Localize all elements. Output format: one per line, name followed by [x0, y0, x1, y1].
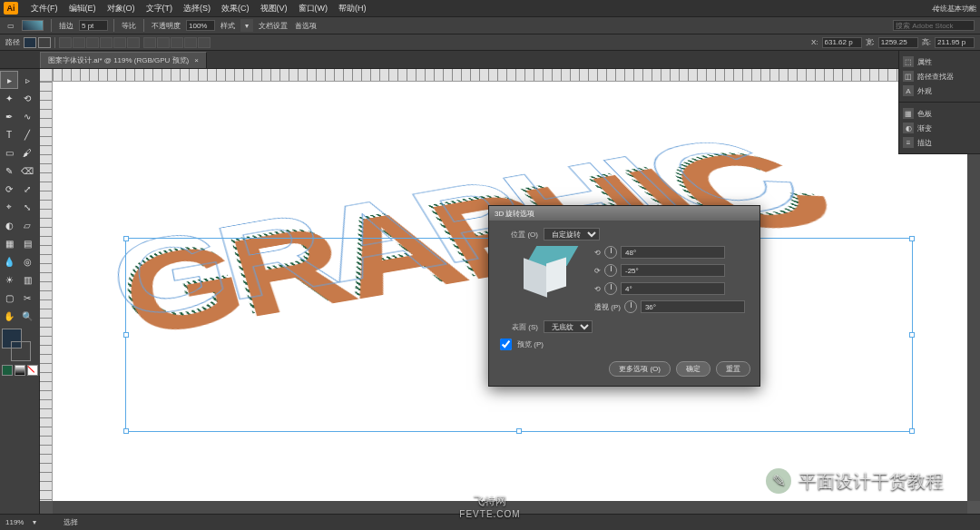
pathfinder-buttons[interactable]: [143, 37, 211, 48]
shaper-tool[interactable]: ✎: [0, 162, 18, 180]
line-tool[interactable]: ╱: [18, 125, 36, 143]
h-input[interactable]: [935, 37, 975, 48]
bbox-handle[interactable]: [123, 332, 129, 338]
vertical-ruler[interactable]: [40, 82, 53, 501]
panel-label[interactable]: 属性: [917, 57, 932, 67]
surface-select[interactable]: 无底纹: [544, 320, 593, 333]
bbox-handle[interactable]: [516, 428, 522, 434]
stroke-weight-input[interactable]: [79, 20, 108, 31]
color-none[interactable]: [27, 365, 38, 376]
chevron-down-icon[interactable]: ▾: [33, 518, 36, 526]
w-input[interactable]: [878, 37, 918, 48]
fill-stroke-swatches[interactable]: [24, 37, 51, 48]
slice-tool[interactable]: ✂: [18, 289, 36, 307]
search-adobe-stock[interactable]: [893, 20, 975, 31]
width-tool[interactable]: ⌖: [0, 198, 18, 216]
ok-button[interactable]: 确定: [676, 361, 710, 377]
align-buttons[interactable]: [59, 37, 140, 48]
menu-effects[interactable]: 效果(C): [216, 3, 255, 15]
opacity-label: 不透明度: [150, 21, 182, 31]
graph-tool[interactable]: ▥: [18, 270, 36, 289]
lasso-tool[interactable]: ⟲: [18, 89, 36, 107]
dialog-titlebar[interactable]: 3D 旋转选项: [489, 206, 760, 221]
panel-group-2[interactable]: ▦色板 ◐渐变 ≡描边: [899, 103, 980, 154]
menu-view[interactable]: 视图(V): [255, 3, 293, 15]
zoom-level[interactable]: 119%: [5, 518, 24, 526]
horizontal-ruler[interactable]: [53, 69, 967, 82]
panel-label[interactable]: 渐变: [917, 123, 932, 133]
y-angle-input[interactable]: [621, 264, 725, 277]
close-button[interactable]: ×: [962, 0, 980, 16]
menu-edit[interactable]: 编辑(E): [64, 3, 102, 15]
color-solid[interactable]: [2, 365, 13, 376]
bbox-handle[interactable]: [909, 236, 915, 241]
x-angle-input[interactable]: [621, 246, 725, 259]
menu-object[interactable]: 对象(O): [102, 3, 141, 15]
x-dial[interactable]: [604, 246, 617, 259]
more-options-button[interactable]: 更多选项 (O): [609, 361, 671, 377]
bbox-handle[interactable]: [123, 236, 129, 241]
eraser-tool[interactable]: ⌫: [18, 162, 36, 180]
zoom-tool[interactable]: 🔍: [18, 307, 36, 325]
doc-setup-button[interactable]: 文档设置: [257, 21, 289, 31]
shape-builder-tool[interactable]: ◐: [0, 216, 18, 234]
pen-tool[interactable]: ✒: [0, 107, 18, 125]
menu-type[interactable]: 文字(T): [141, 3, 179, 15]
3d-rotate-dialog[interactable]: 3D 旋转选项 位置 (O) 自定旋转 ⟲ ⟳ ⟲ 透视 (P) 表面 (S) …: [488, 205, 760, 387]
minimize-button[interactable]: –: [926, 0, 944, 16]
rotate-tool[interactable]: ⟳: [0, 180, 18, 198]
rotation-cube[interactable]: [525, 246, 576, 297]
free-transform-tool[interactable]: ⤡: [18, 198, 36, 216]
position-select[interactable]: 自定旋转: [544, 228, 600, 240]
z-dial[interactable]: [604, 282, 617, 295]
z-angle-input[interactable]: [621, 282, 725, 295]
blend-tool[interactable]: ◎: [18, 252, 36, 270]
panel-label[interactable]: 描边: [917, 138, 932, 148]
menu-file[interactable]: 文件(F): [25, 3, 64, 15]
panel-label[interactable]: 色板: [917, 109, 932, 119]
search-input[interactable]: [893, 20, 975, 31]
scale-tool[interactable]: ⤢: [18, 180, 36, 198]
perspective-input[interactable]: [641, 300, 745, 313]
bbox-handle[interactable]: [909, 428, 915, 434]
fill-swatch[interactable]: [20, 20, 45, 31]
properties-icon: ⬚: [903, 56, 914, 67]
bbox-handle[interactable]: [123, 428, 129, 434]
panel-label[interactable]: 路径查找器: [917, 72, 954, 82]
menu-select[interactable]: 选择(S): [178, 3, 216, 15]
perspective-dial[interactable]: [624, 300, 637, 313]
close-tab-icon[interactable]: ×: [194, 56, 199, 64]
type-tool[interactable]: T: [0, 125, 18, 143]
stroke-icon: ≡: [903, 137, 914, 148]
preferences-button[interactable]: 首选项: [293, 21, 318, 31]
paintbrush-tool[interactable]: 🖌: [18, 143, 36, 162]
menu-window[interactable]: 窗口(W): [293, 3, 334, 15]
stroke-color[interactable]: [11, 341, 31, 361]
symbol-tool[interactable]: ☀: [0, 270, 18, 289]
menu-help[interactable]: 帮助(H): [333, 3, 372, 15]
preview-checkbox[interactable]: [500, 339, 512, 350]
panel-label[interactable]: 外观: [917, 86, 932, 96]
perspective-tool[interactable]: ▱: [18, 216, 36, 234]
hand-tool[interactable]: ✋: [0, 307, 18, 325]
reset-button[interactable]: 重置: [716, 361, 750, 377]
current-tool-label: 选择: [64, 517, 78, 527]
eyedropper-tool[interactable]: 💧: [0, 252, 18, 270]
mesh-tool[interactable]: ▦: [0, 234, 18, 252]
opacity-input[interactable]: [186, 20, 215, 31]
panel-group-1[interactable]: ⬚属性 ◫路径查找器 A外观: [899, 51, 980, 103]
x-input[interactable]: [822, 37, 862, 48]
fill-stroke-toggle[interactable]: [0, 329, 33, 361]
direct-selection-tool[interactable]: ▹: [18, 71, 36, 89]
artboard-tool[interactable]: ▢: [0, 289, 18, 307]
y-dial[interactable]: [604, 264, 617, 277]
rectangle-tool[interactable]: ▭: [0, 143, 18, 162]
curvature-tool[interactable]: ∿: [18, 107, 36, 125]
gradient-tool[interactable]: ▤: [18, 234, 36, 252]
magic-wand-tool[interactable]: ✦: [0, 89, 18, 107]
style-dropdown[interactable]: ▾: [240, 19, 253, 32]
document-tab[interactable]: 图案字体设计.ai* @ 119% (RGB/GPU 预览) ×: [40, 52, 207, 68]
bbox-handle[interactable]: [909, 332, 915, 338]
maximize-button[interactable]: □: [944, 0, 962, 16]
selection-tool[interactable]: ▸: [0, 71, 18, 89]
